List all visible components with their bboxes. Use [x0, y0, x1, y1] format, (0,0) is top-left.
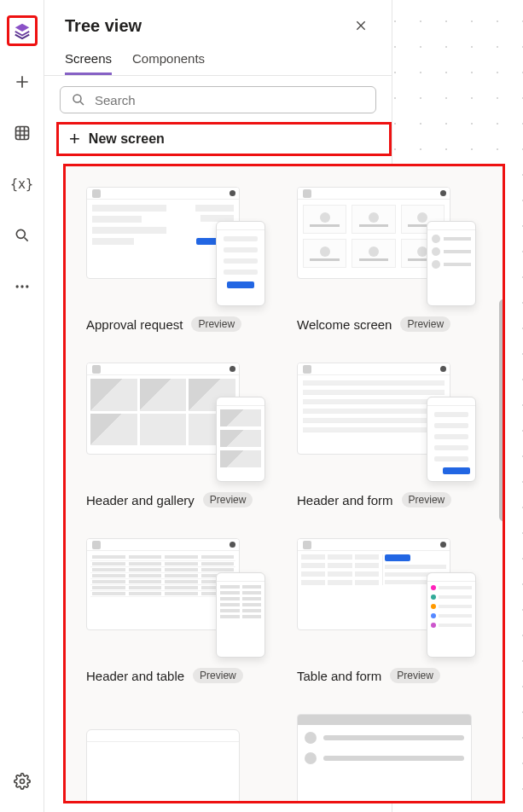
template-header-and-table[interactable]: Header and table Preview — [86, 538, 271, 683]
search-icon[interactable] — [7, 220, 38, 251]
new-screen-label: New screen — [89, 131, 165, 147]
new-screen-gallery: Approval request Preview — [63, 164, 505, 803]
template-table-and-form[interactable]: Table and form Preview — [297, 538, 482, 683]
settings-icon[interactable] — [7, 766, 38, 797]
svg-point-1 — [16, 229, 25, 238]
template-thumb-mobile — [216, 572, 265, 658]
preview-badge: Preview — [203, 492, 253, 508]
template-label: Header and table — [86, 669, 184, 683]
template-thumb-mobile — [427, 572, 476, 658]
template-thumb — [86, 729, 240, 801]
template-thumb-mobile — [427, 221, 476, 306]
preview-badge: Preview — [400, 316, 450, 332]
tabs: Screens Components — [44, 43, 392, 76]
left-rail: {x} — [0, 0, 44, 812]
new-screen-button[interactable]: + New screen — [56, 122, 392, 156]
preview-badge: Preview — [402, 492, 452, 508]
scrollbar-thumb[interactable] — [499, 299, 505, 521]
grid-icon[interactable] — [7, 118, 38, 148]
template-label: Approval request — [86, 317, 183, 332]
template-header-and-gallery[interactable]: Header and gallery Preview — [86, 362, 271, 508]
svg-point-4 — [26, 285, 28, 287]
close-icon[interactable] — [351, 15, 371, 36]
svg-point-2 — [15, 285, 18, 287]
template-label: Table and form — [297, 669, 381, 683]
search-icon — [71, 92, 86, 107]
tab-screens[interactable]: Screens — [65, 43, 112, 75]
preview-badge: Preview — [191, 316, 241, 332]
svg-rect-0 — [15, 127, 28, 140]
template-thumb-mobile — [216, 397, 265, 482]
layers-icon[interactable] — [7, 15, 38, 46]
variable-icon[interactable]: {x} — [7, 169, 38, 200]
template-welcome-screen[interactable]: Welcome screen Preview — [297, 187, 482, 332]
search-field[interactable] — [95, 93, 365, 107]
svg-point-6 — [73, 95, 81, 102]
svg-point-5 — [20, 780, 25, 784]
template-thumb — [297, 714, 472, 801]
svg-point-3 — [20, 285, 23, 287]
template-partial-right[interactable] — [297, 714, 482, 801]
more-icon[interactable] — [7, 271, 38, 302]
plus-icon[interactable] — [7, 67, 38, 97]
template-label: Header and gallery — [86, 493, 195, 508]
template-header-and-form[interactable]: Header and form Preview — [297, 362, 482, 508]
template-approval-request[interactable]: Approval request Preview — [86, 187, 271, 332]
plus-icon: + — [69, 130, 80, 148]
panel-title: Tree view — [65, 16, 142, 36]
tab-components[interactable]: Components — [132, 43, 205, 75]
template-thumb-mobile — [216, 221, 265, 306]
template-label: Header and form — [297, 493, 393, 508]
template-partial-left[interactable] — [86, 714, 271, 801]
template-thumb-mobile — [427, 397, 476, 482]
template-label: Welcome screen — [297, 317, 392, 332]
search-input[interactable] — [60, 86, 376, 113]
preview-badge: Preview — [390, 668, 440, 683]
preview-badge: Preview — [193, 668, 243, 683]
